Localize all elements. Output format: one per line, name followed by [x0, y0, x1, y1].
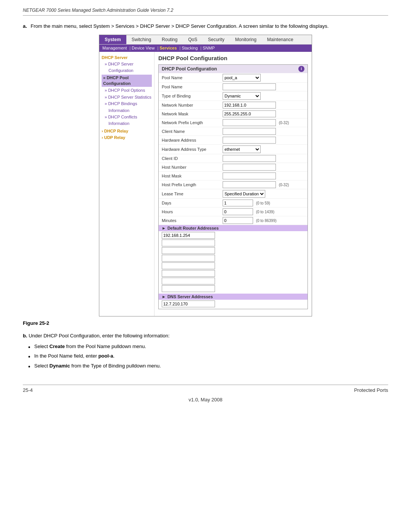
network-mask-input[interactable]	[223, 110, 276, 117]
figure-caption: Figure 25-2	[23, 320, 388, 327]
screenshot-box: System Switching Routing QoS Security Mo…	[99, 35, 312, 316]
minutes-input[interactable]	[223, 217, 253, 224]
client-name-input[interactable]	[223, 128, 276, 135]
default-router-header: ► Default Router Addresses	[159, 225, 307, 231]
nav-tab-monitoring[interactable]: Monitoring	[230, 35, 262, 44]
dns-server-header: ► DNS Server Addresses	[159, 294, 307, 300]
hours-input[interactable]	[223, 208, 253, 215]
network-prefix-hint: (0-32)	[279, 121, 289, 125]
field-hardware-address: Hardware Address	[159, 136, 307, 145]
client-id-input[interactable]	[223, 155, 276, 162]
nav-tab-system[interactable]: System	[99, 35, 126, 44]
footer-version: v1.0, May 2008	[23, 397, 388, 403]
field-host-number: Host Number	[159, 163, 307, 172]
field-hardware-address-type: Hardware Address Type ethernet	[159, 145, 307, 154]
field-minutes: Minutes (0 to 86399)	[159, 216, 307, 225]
router-addr-3[interactable]	[162, 247, 215, 254]
host-mask-input[interactable]	[223, 173, 276, 179]
field-network-number: Network Number	[159, 101, 307, 110]
hardware-address-type-dropdown[interactable]: ethernet	[223, 145, 261, 153]
nav-second-snmp[interactable]: SNMP	[202, 46, 215, 50]
info-icon[interactable]: i	[298, 66, 304, 72]
field-network-prefix-length: Network Prefix Length (0-32)	[159, 118, 307, 127]
doc-header: NETGEAR 7000 Series Managed Switch Admin…	[23, 8, 388, 16]
host-number-input[interactable]	[223, 164, 276, 171]
field-days: Days (0 to 59)	[159, 199, 307, 208]
field-host-prefix-length: Host Prefix Length (0-32)	[159, 181, 307, 189]
sidebar-dhcp-server-config[interactable]: » DHCP Server	[102, 61, 152, 67]
nav-second-services[interactable]: Services	[159, 46, 177, 50]
sidebar-dhcp-server-stats[interactable]: » DHCP Server Statistics	[102, 94, 152, 100]
section-a-text: From the main menu, select System > Serv…	[30, 23, 328, 29]
network-prefix-length-input[interactable]	[223, 119, 276, 126]
router-addr-1[interactable]	[162, 232, 215, 239]
section-b-letter: b.	[23, 333, 27, 339]
dns-addresses	[159, 300, 307, 309]
nav-tab-security[interactable]: Security	[202, 35, 229, 44]
nav-tab-routing[interactable]: Routing	[156, 35, 183, 44]
right-panel: DHCP Pool Configuration DHCP Pool Config…	[155, 52, 312, 316]
field-type-of-binding: Type of Binding Dynamic Manual Automatic	[159, 91, 307, 101]
footer-right: Protected Ports	[354, 387, 388, 393]
router-addr-7[interactable]	[162, 278, 215, 284]
nav-tab-qos[interactable]: QoS	[183, 35, 202, 44]
config-box-title: DHCP Pool Configuration	[162, 66, 217, 72]
sidebar-configuration-sub[interactable]: Configuration	[102, 68, 152, 73]
field-pool-name-text: Pool Name	[159, 83, 307, 91]
pool-name-input[interactable]	[223, 83, 276, 90]
nav-tab-switching[interactable]: Switching	[126, 35, 156, 44]
days-input[interactable]	[223, 200, 253, 206]
sidebar-dhcp-conflicts[interactable]: » DHCP Conflicts	[102, 114, 152, 120]
days-hint: (0 to 59)	[256, 201, 270, 205]
field-hours: Hours (0 to 1439)	[159, 208, 307, 216]
router-addr-2[interactable]	[162, 240, 215, 246]
sidebar-information-sub2: Information	[102, 121, 152, 126]
main-content: DHCP Server » DHCP Server Configuration …	[99, 52, 312, 316]
router-addr-6[interactable]	[162, 270, 215, 277]
field-host-mask: Host Mask	[159, 172, 307, 181]
hours-hint: (0 to 1439)	[256, 210, 274, 214]
router-addr-5[interactable]	[162, 262, 215, 269]
pool-name-dropdown[interactable]: pool_a Create	[223, 74, 261, 81]
sidebar-dhcp-pool-config[interactable]: » DHCP Pool Configuration	[102, 75, 152, 87]
host-prefix-hint: (0-32)	[279, 183, 289, 187]
host-prefix-length-input[interactable]	[223, 181, 276, 188]
section-a-letter: a.	[23, 23, 27, 29]
lease-time-dropdown[interactable]: Specified Duration Infinite	[223, 190, 265, 198]
sidebar-udp-relay[interactable]: › UDP Relay	[102, 135, 152, 141]
section-a: a. From the main menu, select System > S…	[23, 22, 388, 327]
default-router-addresses	[159, 231, 307, 294]
config-box-header: DHCP Pool Configuration i	[159, 65, 307, 73]
nav-top: System Switching Routing QoS Security Mo…	[99, 35, 312, 45]
sidebar-dhcp-server-title: DHCP Server	[102, 55, 152, 61]
section-b-text: Under DHCP Pool Configuration, enter the…	[29, 333, 169, 339]
nav-second-stacking[interactable]: Stacking	[182, 46, 198, 50]
nav-second-deviceview[interactable]: Device View	[132, 46, 155, 50]
page-footer: 25-4 Protected Ports	[23, 385, 388, 393]
bullet-list: Select Create from the Pool Name pulldow…	[23, 343, 388, 370]
router-addr-4[interactable]	[162, 255, 215, 262]
nav-second: Management | Device View | Services | St…	[99, 45, 312, 52]
dns-addr-1[interactable]	[162, 300, 215, 307]
field-client-id: Client ID	[159, 154, 307, 163]
router-addr-8[interactable]	[162, 285, 215, 292]
nav-tab-maintenance[interactable]: Maintenance	[262, 35, 299, 44]
type-of-binding-dropdown[interactable]: Dynamic Manual Automatic	[223, 92, 261, 100]
minutes-hint: (0 to 86399)	[256, 219, 277, 223]
config-box: DHCP Pool Configuration i Pool Name pool…	[158, 64, 308, 309]
sidebar-dhcp-bindings[interactable]: » DHCP Bindings	[102, 101, 152, 107]
bullet-1: Select Create from the Pool Name pulldow…	[34, 343, 388, 350]
sidebar-dhcp-pool-options[interactable]: » DHCP Pool Options	[102, 88, 152, 93]
field-lease-time: Lease Time Specified Duration Infinite	[159, 189, 307, 199]
bullet-3: Select Dynamic from the Type of Binding …	[34, 362, 388, 370]
bullet-2: In the Pool Name field, enter pool-a.	[34, 352, 388, 360]
section-b: b. Under DHCP Pool Configuration, enter …	[23, 332, 388, 369]
field-network-mask: Network Mask	[159, 110, 307, 118]
sidebar-information-sub1: Information	[102, 108, 152, 113]
sidebar: DHCP Server » DHCP Server Configuration …	[99, 52, 155, 316]
sidebar-dhcp-relay[interactable]: › DHCP Relay	[102, 128, 152, 134]
hardware-address-input[interactable]	[223, 137, 276, 144]
field-pool-name-select: Pool Name pool_a Create	[159, 73, 307, 83]
network-number-input[interactable]	[223, 102, 276, 109]
nav-second-management[interactable]: Management	[102, 46, 127, 50]
